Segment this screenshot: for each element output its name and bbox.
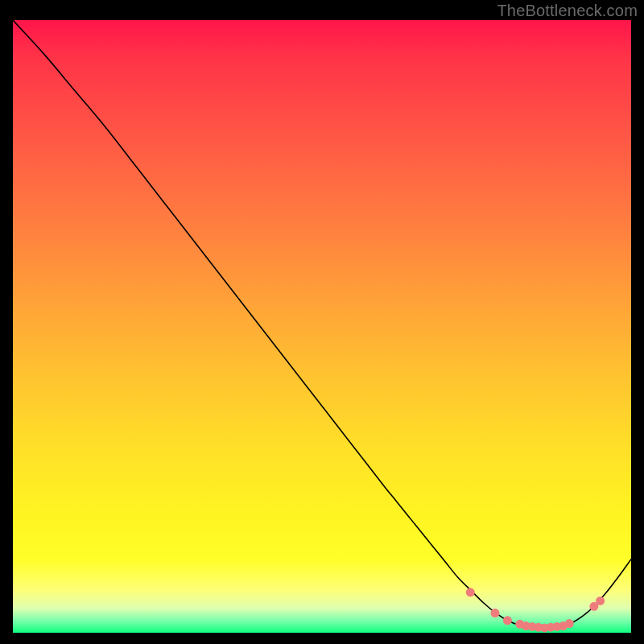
highlight-dot	[466, 588, 475, 597]
plot-area	[13, 20, 631, 633]
chart-frame: TheBottleneck.com	[0, 0, 644, 644]
chart-svg	[13, 20, 631, 633]
highlight-dot	[503, 616, 512, 625]
highlight-dot	[565, 619, 574, 628]
optimal-range-dots	[466, 588, 605, 632]
watermark-text: TheBottleneck.com	[497, 2, 638, 20]
highlight-dot	[596, 597, 605, 605]
highlight-dot	[491, 609, 500, 617]
bottleneck-curve-path	[13, 20, 631, 629]
